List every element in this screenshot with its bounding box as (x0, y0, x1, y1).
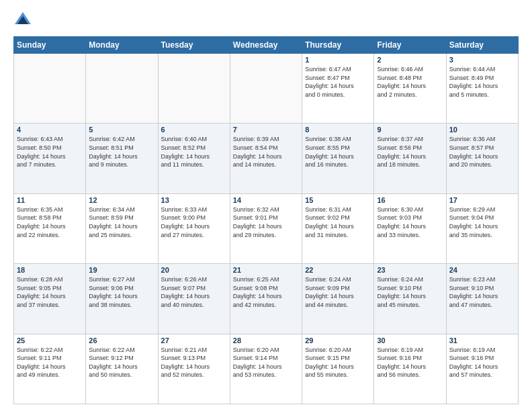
calendar-cell (158, 54, 230, 124)
calendar-cell: 27Sunrise: 6:21 AM Sunset: 9:13 PM Dayli… (158, 334, 230, 404)
calendar-cell (230, 54, 302, 124)
calendar-cell: 6Sunrise: 6:40 AM Sunset: 8:52 PM Daylig… (158, 124, 230, 193)
calendar-cell: 2Sunrise: 6:46 AM Sunset: 8:48 PM Daylig… (374, 54, 446, 124)
day-info: Sunrise: 6:43 AM Sunset: 8:50 PM Dayligh… (17, 135, 83, 169)
calendar-cell: 29Sunrise: 6:20 AM Sunset: 9:15 PM Dayli… (302, 334, 374, 404)
day-info: Sunrise: 6:38 AM Sunset: 8:55 PM Dayligh… (305, 135, 371, 169)
day-number: 7 (233, 126, 299, 134)
day-info: Sunrise: 6:34 AM Sunset: 8:59 PM Dayligh… (89, 205, 154, 239)
day-number: 3 (449, 56, 515, 64)
calendar-cell: 13Sunrise: 6:33 AM Sunset: 9:00 PM Dayli… (158, 193, 230, 263)
day-number: 2 (377, 56, 443, 64)
calendar-cell: 28Sunrise: 6:20 AM Sunset: 9:14 PM Dayli… (230, 334, 302, 404)
calendar-cell: 1Sunrise: 6:47 AM Sunset: 8:47 PM Daylig… (302, 54, 374, 124)
header (13, 11, 519, 30)
calendar-cell: 9Sunrise: 6:37 AM Sunset: 8:56 PM Daylig… (374, 124, 446, 193)
calendar-cell: 20Sunrise: 6:26 AM Sunset: 9:07 PM Dayli… (158, 264, 230, 334)
day-number: 10 (449, 126, 515, 134)
calendar-cell: 22Sunrise: 6:24 AM Sunset: 9:09 PM Dayli… (302, 264, 374, 334)
day-number: 17 (449, 196, 515, 204)
day-info: Sunrise: 6:27 AM Sunset: 9:06 PM Dayligh… (89, 275, 154, 309)
day-number: 19 (89, 266, 154, 274)
day-info: Sunrise: 6:24 AM Sunset: 9:10 PM Dayligh… (377, 275, 443, 309)
calendar-cell: 14Sunrise: 6:32 AM Sunset: 9:01 PM Dayli… (230, 193, 302, 263)
calendar-cell: 26Sunrise: 6:22 AM Sunset: 9:12 PM Dayli… (86, 334, 158, 404)
calendar-cell: 24Sunrise: 6:23 AM Sunset: 9:10 PM Dayli… (446, 264, 518, 334)
day-info: Sunrise: 6:44 AM Sunset: 8:49 PM Dayligh… (449, 65, 515, 99)
calendar-table: SundayMondayTuesdayWednesdayThursdayFrid… (13, 36, 519, 404)
day-info: Sunrise: 6:36 AM Sunset: 8:57 PM Dayligh… (449, 135, 515, 169)
calendar-header-wednesday: Wednesday (230, 37, 302, 54)
day-number: 9 (377, 126, 443, 134)
day-number: 8 (305, 126, 371, 134)
day-info: Sunrise: 6:47 AM Sunset: 8:47 PM Dayligh… (305, 65, 371, 99)
day-info: Sunrise: 6:37 AM Sunset: 8:56 PM Dayligh… (377, 135, 443, 169)
day-number: 22 (305, 266, 371, 274)
day-number: 24 (449, 266, 515, 274)
day-info: Sunrise: 6:23 AM Sunset: 9:10 PM Dayligh… (449, 275, 515, 309)
calendar-header-saturday: Saturday (446, 37, 518, 54)
day-info: Sunrise: 6:32 AM Sunset: 9:01 PM Dayligh… (233, 205, 299, 239)
day-info: Sunrise: 6:39 AM Sunset: 8:54 PM Dayligh… (233, 135, 299, 169)
day-number: 5 (89, 126, 154, 134)
day-number: 26 (89, 336, 154, 345)
day-number: 11 (17, 196, 83, 204)
day-number: 31 (449, 336, 515, 345)
day-number: 16 (377, 196, 443, 204)
day-number: 21 (233, 266, 299, 274)
calendar-week-1: 4Sunrise: 6:43 AM Sunset: 8:50 PM Daylig… (14, 124, 519, 193)
calendar-cell: 16Sunrise: 6:30 AM Sunset: 9:03 PM Dayli… (374, 193, 446, 263)
calendar-cell: 31Sunrise: 6:19 AM Sunset: 9:16 PM Dayli… (446, 334, 518, 404)
day-info: Sunrise: 6:46 AM Sunset: 8:48 PM Dayligh… (377, 65, 443, 99)
day-info: Sunrise: 6:19 AM Sunset: 9:16 PM Dayligh… (449, 346, 515, 379)
day-number: 18 (17, 266, 83, 274)
day-number: 6 (161, 126, 227, 134)
calendar-cell: 8Sunrise: 6:38 AM Sunset: 8:55 PM Daylig… (302, 124, 374, 193)
day-info: Sunrise: 6:25 AM Sunset: 9:08 PM Dayligh… (233, 275, 299, 309)
calendar-cell: 21Sunrise: 6:25 AM Sunset: 9:08 PM Dayli… (230, 264, 302, 334)
day-number: 30 (377, 336, 443, 345)
calendar-cell (86, 54, 158, 124)
day-number: 12 (89, 196, 154, 204)
calendar-week-0: 1Sunrise: 6:47 AM Sunset: 8:47 PM Daylig… (14, 54, 519, 124)
calendar-cell: 19Sunrise: 6:27 AM Sunset: 9:06 PM Dayli… (86, 264, 158, 334)
calendar-week-4: 25Sunrise: 6:22 AM Sunset: 9:11 PM Dayli… (14, 334, 519, 404)
calendar-cell: 18Sunrise: 6:28 AM Sunset: 9:05 PM Dayli… (14, 264, 86, 334)
day-number: 14 (233, 196, 299, 204)
calendar-cell: 3Sunrise: 6:44 AM Sunset: 8:49 PM Daylig… (446, 54, 518, 124)
calendar-header-thursday: Thursday (302, 37, 374, 54)
calendar-header-friday: Friday (374, 37, 446, 54)
calendar-cell: 10Sunrise: 6:36 AM Sunset: 8:57 PM Dayli… (446, 124, 518, 193)
day-info: Sunrise: 6:21 AM Sunset: 9:13 PM Dayligh… (161, 346, 227, 379)
day-info: Sunrise: 6:24 AM Sunset: 9:09 PM Dayligh… (305, 275, 371, 309)
day-info: Sunrise: 6:28 AM Sunset: 9:05 PM Dayligh… (17, 275, 83, 309)
day-info: Sunrise: 6:30 AM Sunset: 9:03 PM Dayligh… (377, 205, 443, 239)
calendar-header-tuesday: Tuesday (158, 37, 230, 54)
calendar-header-monday: Monday (86, 37, 158, 54)
day-info: Sunrise: 6:33 AM Sunset: 9:00 PM Dayligh… (161, 205, 227, 239)
day-info: Sunrise: 6:22 AM Sunset: 9:11 PM Dayligh… (17, 346, 83, 379)
calendar-week-2: 11Sunrise: 6:35 AM Sunset: 8:58 PM Dayli… (14, 193, 519, 263)
day-info: Sunrise: 6:26 AM Sunset: 9:07 PM Dayligh… (161, 275, 227, 309)
logo (13, 11, 35, 30)
day-info: Sunrise: 6:42 AM Sunset: 8:51 PM Dayligh… (89, 135, 154, 169)
calendar-cell: 17Sunrise: 6:29 AM Sunset: 9:04 PM Dayli… (446, 193, 518, 263)
page: SundayMondayTuesdayWednesdayThursdayFrid… (0, 0, 532, 411)
calendar-cell: 5Sunrise: 6:42 AM Sunset: 8:51 PM Daylig… (86, 124, 158, 193)
day-info: Sunrise: 6:31 AM Sunset: 9:02 PM Dayligh… (305, 205, 371, 239)
day-number: 20 (161, 266, 227, 274)
calendar-cell: 11Sunrise: 6:35 AM Sunset: 8:58 PM Dayli… (14, 193, 86, 263)
day-info: Sunrise: 6:35 AM Sunset: 8:58 PM Dayligh… (17, 205, 83, 239)
calendar-cell: 25Sunrise: 6:22 AM Sunset: 9:11 PM Dayli… (14, 334, 86, 404)
day-number: 15 (305, 196, 371, 204)
day-number: 27 (161, 336, 227, 345)
calendar-cell: 30Sunrise: 6:19 AM Sunset: 9:16 PM Dayli… (374, 334, 446, 404)
calendar-cell: 4Sunrise: 6:43 AM Sunset: 8:50 PM Daylig… (14, 124, 86, 193)
calendar-cell: 12Sunrise: 6:34 AM Sunset: 8:59 PM Dayli… (86, 193, 158, 263)
day-number: 28 (233, 336, 299, 345)
day-number: 1 (305, 56, 371, 64)
day-info: Sunrise: 6:20 AM Sunset: 9:14 PM Dayligh… (233, 346, 299, 379)
calendar-cell: 23Sunrise: 6:24 AM Sunset: 9:10 PM Dayli… (374, 264, 446, 334)
day-number: 13 (161, 196, 227, 204)
day-info: Sunrise: 6:20 AM Sunset: 9:15 PM Dayligh… (305, 346, 371, 379)
